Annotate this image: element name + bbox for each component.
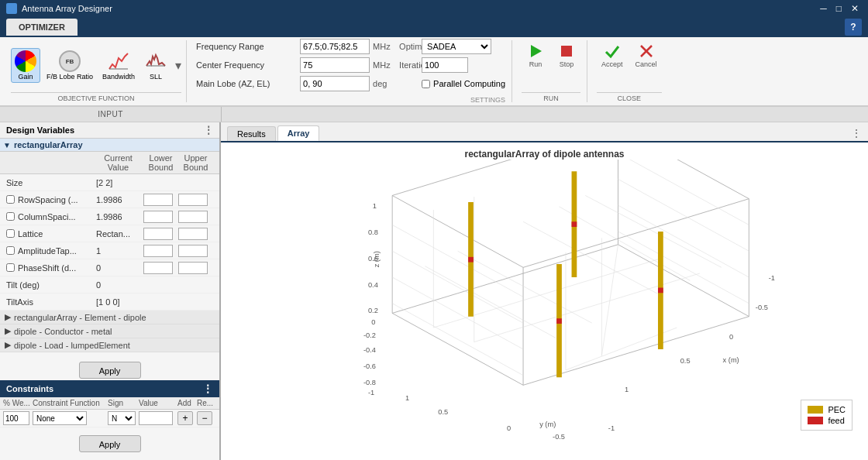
apply-constraints-button[interactable]: Apply <box>79 435 141 452</box>
colspacing-label: ColumnSpaci... <box>18 212 76 221</box>
parallel-computing-checkbox[interactable] <box>422 80 430 88</box>
accept-icon <box>603 42 622 60</box>
parallel-computing-label: Parallel Computing <box>433 79 505 88</box>
main-lobe-input[interactable] <box>300 76 370 91</box>
current-value-label: Current <box>93 153 143 163</box>
colspacing-upper-input[interactable] <box>178 211 208 223</box>
iterations-input[interactable] <box>422 57 468 73</box>
panel-menu-icon[interactable]: ⋮ <box>204 125 213 136</box>
right-panel: Results Array ⋮ rectangularArray of dipo… <box>221 122 868 460</box>
col-name-header <box>6 153 93 172</box>
left-panel: Design Variables ⋮ ▼ rectangularArray Cu… <box>0 122 221 460</box>
optimizer-select[interactable]: SADEA GA PSO <box>422 39 491 54</box>
cancel-label: Cancel <box>636 60 657 68</box>
svg-line-17 <box>392 195 523 267</box>
minimize-button[interactable]: ─ <box>817 3 830 14</box>
parallel-computing-row: Parallel Computing <box>422 79 505 88</box>
var-current-colspacing: 1.9986 <box>93 212 143 221</box>
constraint-function-select[interactable]: None <box>33 411 87 425</box>
constraint-weight-input[interactable] <box>3 411 29 425</box>
stop-button[interactable]: Stop <box>553 40 580 70</box>
amplitude-upper-input[interactable] <box>178 245 208 257</box>
constraint-add-button[interactable]: + <box>177 411 193 425</box>
constraints-title: Constraints <box>6 384 53 393</box>
svg-line-18 <box>433 259 659 328</box>
rowspacing-lower-input[interactable] <box>143 194 173 206</box>
design-variables-title: Design Variables <box>6 125 74 135</box>
amplitude-checkbox[interactable] <box>6 246 15 255</box>
cancel-icon <box>637 42 656 60</box>
colspacing-lower-input[interactable] <box>143 211 173 223</box>
app-title: Antenna Array Designer <box>22 4 112 13</box>
subgroup-load-label: dipole - Load - lumpedElement <box>14 341 130 350</box>
titlebar-controls[interactable]: ─ □ ✕ <box>817 3 862 14</box>
design-variables-scroll[interactable]: ▼ rectangularArray Current Value Lower B… <box>0 139 219 380</box>
center-frequency-input[interactable] <box>300 57 370 73</box>
sll-label: SLL <box>150 73 162 81</box>
constraints-menu-icon[interactable]: ⋮ <box>202 383 213 395</box>
svg-text:-0.4: -0.4 <box>363 346 376 354</box>
col-lower-header: Lower Bound <box>143 153 178 172</box>
var-row-tilt: Tilt (deg) 0 <box>0 276 219 294</box>
maximize-button[interactable]: □ <box>833 3 845 14</box>
help-button[interactable]: ? <box>845 19 862 36</box>
svg-text:-1: -1 <box>608 424 615 432</box>
center-frequency-label: Center Frequency <box>196 60 297 70</box>
var-name-size: Size <box>6 178 93 187</box>
fb-ratio-button[interactable]: FB F/B Lobe Ratio <box>43 49 96 82</box>
constraints-header[interactable]: Constraints ⋮ <box>0 380 219 397</box>
var-name-amplitude: AmplitudeTap... <box>6 246 93 256</box>
svg-text:1: 1 <box>625 386 629 393</box>
amplitude-label: AmplitudeTap... <box>18 246 77 256</box>
tab-menu-icon[interactable]: ⋮ <box>851 127 862 139</box>
lattice-upper-input[interactable] <box>178 228 208 240</box>
constraint-remove-button[interactable]: − <box>197 411 212 425</box>
array-tab[interactable]: Array <box>277 125 320 141</box>
lattice-lower-input[interactable] <box>143 228 173 240</box>
close-buttons: Accept Cancel <box>597 40 662 70</box>
colspacing-checkbox[interactable] <box>6 212 15 221</box>
rectangular-array-group[interactable]: ▼ rectangularArray <box>0 139 219 152</box>
phaseshift-checkbox[interactable] <box>6 263 15 272</box>
gain-button[interactable]: Gain <box>11 48 40 83</box>
bandwidth-label: Bandwidth <box>102 73 135 81</box>
rowspacing-upper-input[interactable] <box>178 194 208 206</box>
legend-feed-label: feed <box>828 416 844 425</box>
apply-dv-button[interactable]: Apply <box>79 362 141 379</box>
phaseshift-lower-input[interactable] <box>143 262 173 274</box>
subgroup-load-lumped[interactable]: ▶ dipole - Load - lumpedElement <box>0 338 219 352</box>
upper-bound-label2: Bound <box>178 163 213 172</box>
run-section-label: RUN <box>522 92 580 102</box>
constraints-body: % We... Constraint Function Sign Value A… <box>0 397 219 460</box>
var-row-rowspacing: RowSpacing (... 1.9986 <box>0 191 219 208</box>
bandwidth-button[interactable]: Bandwidth <box>99 49 138 82</box>
lattice-checkbox[interactable] <box>6 229 15 238</box>
section-labels-bar: INPUT <box>0 107 868 122</box>
rowspacing-checkbox[interactable] <box>6 195 15 204</box>
frequency-range-unit: MHz <box>373 42 396 51</box>
optimizer-tab[interactable]: OPTIMIZER <box>6 19 78 36</box>
phaseshift-upper-input[interactable] <box>178 262 208 274</box>
group-name: rectangularArray <box>14 140 83 149</box>
subgroup-conductor-metal[interactable]: ▶ dipole - Conductor - metal <box>0 324 219 338</box>
current-value-label2: Value <box>93 163 143 172</box>
var-name-tiltaxis: TiltAxis <box>6 297 93 307</box>
sll-button[interactable]: SLL <box>141 49 170 82</box>
results-tab[interactable]: Results <box>227 126 276 141</box>
frequency-range-input[interactable] <box>300 39 370 54</box>
subgroup-element-dipole[interactable]: ▶ rectangularArray - Element - dipole <box>0 311 219 324</box>
run-button[interactable]: Run <box>522 40 549 70</box>
accept-button[interactable]: Accept <box>597 40 628 70</box>
var-row-amplitude: AmplitudeTap... 1 <box>0 242 219 259</box>
constraint-sign-select[interactable]: N < > = <box>108 411 136 425</box>
objective-dropdown[interactable]: ▾ <box>175 58 181 73</box>
svg-text:-0.5: -0.5 <box>756 304 768 311</box>
close-button[interactable]: ✕ <box>848 3 862 14</box>
var-current-tiltaxis: [1 0 0] <box>93 297 143 307</box>
amplitude-lower-input[interactable] <box>143 245 173 257</box>
svg-line-9 <box>392 313 523 385</box>
constraint-value-input[interactable] <box>139 411 173 425</box>
cancel-button[interactable]: Cancel <box>631 40 662 70</box>
subgroup-conductor-label: dipole - Conductor - metal <box>14 327 112 336</box>
svg-text:-0.6: -0.6 <box>363 362 376 370</box>
